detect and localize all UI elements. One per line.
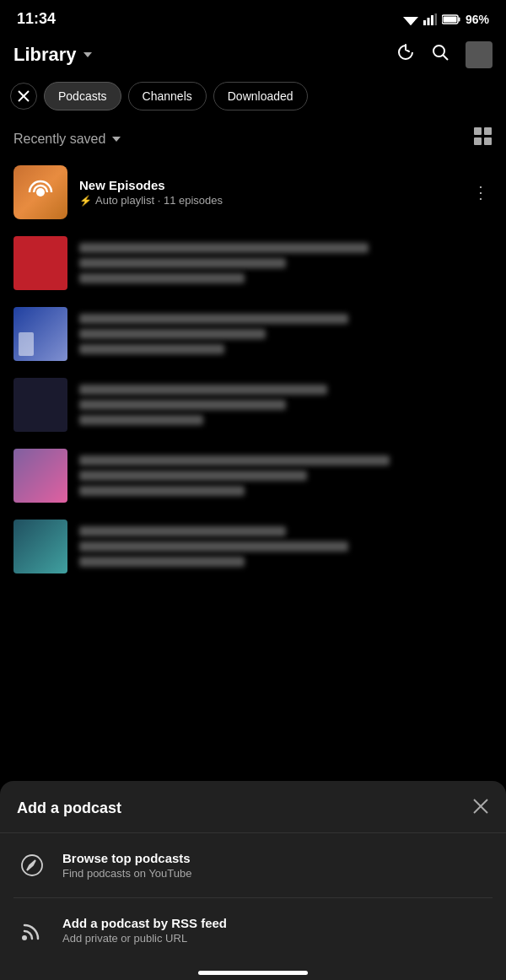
item-4-title-blur — [79, 385, 327, 395]
list-item-2[interactable] — [0, 228, 506, 299]
signal-icon — [423, 13, 437, 25]
chip-downloaded[interactable]: Downloaded — [213, 82, 308, 110]
item-6-title-blur — [79, 526, 286, 536]
list-item-5[interactable] — [0, 440, 506, 511]
new-episodes-subtitle: ⚡ Auto playlist · 11 episodes — [79, 194, 457, 207]
item-3-thumb — [13, 307, 67, 361]
new-episodes-info: New Episodes ⚡ Auto playlist · 11 episod… — [79, 178, 457, 207]
item-4-thumb — [13, 378, 67, 432]
chip-close-button[interactable] — [10, 83, 37, 110]
svg-rect-16 — [484, 137, 492, 145]
library-dropdown-icon[interactable] — [83, 52, 92, 57]
svg-rect-14 — [484, 127, 492, 135]
home-bar — [198, 971, 308, 975]
browse-podcasts-text: Browse top podcasts Find podcasts on You… — [62, 851, 191, 880]
item-2-title-blur — [79, 243, 369, 253]
svg-rect-3 — [427, 18, 429, 25]
battery-icon — [442, 14, 460, 24]
browse-podcasts-title: Browse top podcasts — [62, 851, 191, 865]
rss-option[interactable]: Add a podcast by RSS feed Add private or… — [0, 898, 506, 962]
svg-rect-8 — [443, 16, 456, 22]
svg-line-10 — [444, 56, 449, 61]
svg-rect-7 — [458, 17, 460, 21]
compass-icon — [17, 850, 47, 880]
item-2-thumb — [13, 236, 67, 290]
item-3-sub2-blur — [79, 344, 224, 354]
svg-point-22 — [22, 935, 27, 940]
svg-rect-2 — [423, 20, 426, 25]
avatar[interactable] — [466, 41, 493, 68]
chip-downloaded-label: Downloaded — [228, 89, 293, 103]
list-item-4[interactable] — [0, 369, 506, 440]
chip-channels[interactable]: Channels — [128, 82, 207, 110]
list-item-6[interactable] — [0, 511, 506, 582]
new-episodes-title: New Episodes — [79, 178, 457, 192]
rss-title: Add a podcast by RSS feed — [62, 916, 227, 930]
item-4-sub-blur — [79, 400, 286, 410]
item-3-sub-blur — [79, 329, 266, 339]
item-5-title-blur — [79, 455, 390, 466]
filter-row: Podcasts Channels Downloaded — [0, 78, 506, 121]
status-icons: 96% — [403, 13, 489, 26]
header: Library — [0, 35, 506, 78]
header-icons — [395, 41, 493, 68]
svg-rect-4 — [431, 15, 433, 25]
bottom-sheet-header: Add a podcast — [0, 781, 506, 833]
item-6-sub-blur — [79, 541, 348, 552]
list-item-new-episodes[interactable]: New Episodes ⚡ Auto playlist · 11 episod… — [0, 157, 506, 228]
item-4-info — [79, 385, 493, 425]
header-title-group[interactable]: Library — [13, 44, 92, 66]
item-6-sub2-blur — [79, 557, 245, 567]
recently-saved-label: Recently saved — [13, 132, 105, 147]
item-6-thumb — [13, 520, 67, 573]
new-episodes-more-icon[interactable]: ⋮ — [469, 179, 493, 206]
item-5-info — [79, 455, 493, 496]
item-2-info — [79, 243, 493, 283]
home-indicator — [0, 962, 506, 980]
item-6-info — [79, 526, 493, 567]
item-2-sub2-blur — [79, 273, 245, 283]
status-time: 11:34 — [17, 10, 56, 28]
svg-point-17 — [36, 188, 45, 197]
svg-rect-13 — [474, 127, 482, 135]
browse-podcasts-subtitle: Find podcasts on YouTube — [62, 867, 191, 880]
history-icon[interactable] — [395, 42, 415, 67]
item-5-thumb — [13, 449, 67, 503]
new-episodes-thumb — [13, 165, 67, 219]
chip-channels-label: Channels — [143, 89, 192, 103]
lightning-icon: ⚡ — [79, 195, 92, 207]
rss-text: Add a podcast by RSS feed Add private or… — [62, 916, 227, 945]
list-item-3[interactable] — [0, 299, 506, 369]
svg-marker-1 — [406, 20, 415, 25]
chip-podcasts-label: Podcasts — [58, 89, 107, 103]
item-5-sub2-blur — [79, 486, 245, 496]
grid-icon[interactable] — [474, 127, 493, 150]
status-bar: 11:34 96% — [0, 0, 506, 35]
section-header: Recently saved — [0, 121, 506, 157]
item-3-info — [79, 314, 493, 354]
podcast-wave-icon — [25, 177, 56, 207]
chip-podcasts[interactable]: Podcasts — [44, 82, 121, 110]
battery-percent: 96% — [466, 13, 489, 26]
recently-saved-title[interactable]: Recently saved — [13, 132, 121, 147]
item-3-title-blur — [79, 314, 348, 324]
bottom-sheet-close-button[interactable] — [472, 798, 489, 819]
recently-saved-dropdown-icon[interactable] — [112, 137, 121, 142]
wifi-icon — [403, 13, 418, 25]
library-title: Library — [13, 44, 77, 66]
svg-point-9 — [433, 46, 444, 57]
item-4-sub2-blur — [79, 415, 203, 425]
svg-rect-5 — [434, 13, 437, 25]
item-2-sub-blur — [79, 258, 286, 268]
item-5-sub-blur — [79, 471, 307, 481]
browse-podcasts-option[interactable]: Browse top podcasts Find podcasts on You… — [0, 833, 506, 897]
search-icon[interactable] — [430, 42, 450, 67]
rss-subtitle: Add private or public URL — [62, 932, 227, 945]
bottom-sheet-title: Add a podcast — [17, 800, 121, 817]
svg-marker-21 — [27, 860, 35, 870]
rss-icon — [17, 915, 47, 945]
svg-rect-15 — [474, 137, 482, 145]
bottom-sheet: Add a podcast Browse top podcasts Find p… — [0, 781, 506, 980]
